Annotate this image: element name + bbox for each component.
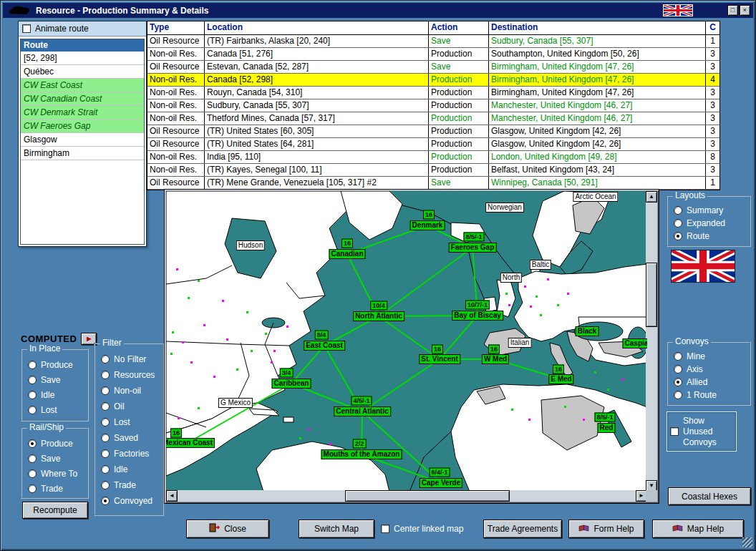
- exit-door-icon: [209, 523, 220, 535]
- radio-save[interactable]: Save: [22, 451, 87, 466]
- radio-resources[interactable]: Resources: [95, 367, 163, 383]
- radio-no-filter[interactable]: No Filter: [95, 351, 163, 367]
- animate-route-checkbox[interactable]: [22, 24, 31, 33]
- table-row[interactable]: Non-oil Res.(TR) Kayes, Senegal [100, 11…: [147, 164, 719, 177]
- app-icon[interactable]: [7, 4, 32, 16]
- radio-produce[interactable]: Produce: [22, 357, 87, 372]
- radio-lost[interactable]: Lost: [95, 414, 163, 430]
- radio-lost[interactable]: Lost: [22, 402, 87, 417]
- in-place-group: In Place ProduceSaveIdleLost: [21, 348, 89, 421]
- radio-trade[interactable]: Trade: [95, 477, 163, 493]
- table-row[interactable]: Non-oil Res.Canada [51, 276]ProductionSo…: [147, 48, 719, 61]
- table-row[interactable]: Non-oil Res.Rouyn, Canada [54, 310]Produ…: [147, 87, 719, 99]
- close-button[interactable]: Close: [186, 520, 269, 538]
- title-bar[interactable]: Resource - Production Summary & Details …: [3, 3, 753, 18]
- radio-summary[interactable]: Summary: [668, 204, 750, 217]
- table-row[interactable]: Oil Resource(TR) Mene Grande, Venezuela …: [147, 177, 719, 190]
- radio-expanded[interactable]: Expanded: [668, 217, 750, 230]
- maximize-button[interactable]: □: [727, 5, 738, 16]
- convoy-label[interactable]: Red: [598, 423, 616, 433]
- convoy-label[interactable]: Bay of Biscay: [452, 311, 503, 321]
- route-list-item[interactable]: Québec: [21, 65, 144, 79]
- convoy-label[interactable]: Black: [576, 326, 599, 336]
- map-help-button[interactable]: Map Help: [652, 520, 744, 538]
- table-row[interactable]: Non-oil Res.Canada [52, 298]ProductionBi…: [147, 74, 719, 87]
- convoy-label[interactable]: Mouths of the Amazon: [321, 449, 402, 459]
- route-list-item[interactable]: [52, 298]: [21, 52, 144, 65]
- convoy-label[interactable]: Cape Verde: [420, 478, 462, 488]
- scroll-up-button[interactable]: ▲: [646, 191, 657, 203]
- radio-icon: [28, 439, 37, 448]
- convoy-label[interactable]: E Med: [548, 374, 573, 384]
- convoy-label[interactable]: Mexican Coast: [166, 438, 215, 448]
- radio-factories[interactable]: Factories: [95, 446, 163, 462]
- convoy-label[interactable]: W Med: [482, 354, 509, 364]
- radio-saved[interactable]: Saved: [95, 430, 163, 446]
- route-list-item[interactable]: Birmingham: [21, 147, 144, 160]
- radio-non-oil[interactable]: Non-oil: [95, 383, 163, 399]
- route-list-item[interactable]: CW East Coast: [21, 79, 144, 92]
- convoy-label[interactable]: Caribbean: [272, 379, 311, 389]
- table-cell-destination: Birmingham, United Kingdom [47, 26]: [489, 61, 706, 73]
- radio-save[interactable]: Save: [22, 372, 87, 387]
- radio-icon: [101, 402, 110, 411]
- radio-route[interactable]: Route: [668, 230, 750, 243]
- radio-mine[interactable]: Mine: [668, 350, 750, 363]
- radio-idle[interactable]: Idle: [95, 462, 163, 477]
- switch-map-button[interactable]: Switch Map: [299, 520, 374, 538]
- radio-where-to[interactable]: Where To: [22, 466, 87, 481]
- route-list-item[interactable]: Glasgow: [21, 133, 144, 147]
- convoy-label[interactable]: Faeroes Gap: [449, 243, 497, 253]
- table-row[interactable]: Non-oil Res.Sudbury, Canada [55, 307]Pro…: [147, 99, 719, 112]
- table-row[interactable]: Oil ResourceEstevan, Canada [52, 287]Sav…: [147, 61, 719, 74]
- table-cell-c: 3: [706, 138, 719, 150]
- form-help-button[interactable]: Form Help: [568, 520, 644, 538]
- center-linked-map-checkbox[interactable]: [381, 525, 389, 533]
- resize-grip[interactable]: [742, 537, 752, 547]
- route-list-item[interactable]: CW Canadian Coast: [21, 92, 144, 106]
- convoy-label[interactable]: St. Vincent: [419, 354, 460, 364]
- table-cell-location: Estevan, Canada [52, 287]: [205, 61, 429, 73]
- radio-label: Convoyed: [114, 496, 152, 506]
- convoy-label[interactable]: Caspian: [623, 338, 647, 348]
- convoy-label[interactable]: North Atlantic: [353, 311, 404, 321]
- vertical-scroll-thumb[interactable]: [646, 263, 657, 327]
- close-window-button[interactable]: ×: [740, 5, 750, 16]
- radio-1-route[interactable]: 1 Route: [668, 389, 750, 401]
- route-list-item[interactable]: CW Denmark Strait: [21, 106, 144, 120]
- table-row[interactable]: Oil Resource(TR) Fairbanks, Alaska [20, …: [147, 35, 719, 48]
- radio-icon: [101, 481, 110, 489]
- table-row[interactable]: Non-oil Res.Thetford Mines, Canada [57, …: [147, 112, 719, 125]
- radio-idle[interactable]: Idle: [22, 387, 87, 402]
- convoy-label[interactable]: Canadian: [329, 249, 365, 259]
- trade-agreements-button[interactable]: Trade Agreements: [483, 520, 562, 538]
- radio-axis[interactable]: Axis: [668, 363, 750, 376]
- route-list-item[interactable]: CW Faeroes Gap: [21, 120, 144, 133]
- convoy-label[interactable]: Denmark: [410, 220, 445, 230]
- scroll-left-button[interactable]: ◄: [166, 490, 178, 502]
- coastal-hexes-button[interactable]: Coastal Hexes: [668, 487, 751, 505]
- radio-convoyed[interactable]: Convoyed: [95, 493, 163, 509]
- table-row[interactable]: Oil Resource(TR) United States [64, 281]…: [147, 138, 719, 151]
- map-horizontal-scrollbar[interactable]: ◄ ►: [166, 490, 647, 502]
- show-unused-convoys-checkbox[interactable]: [670, 427, 679, 436]
- recompute-button[interactable]: Recompute: [22, 502, 88, 519]
- show-unused-convoys-toggle[interactable]: Show Unused Convoys: [667, 411, 737, 452]
- table-cell-action: Production: [429, 112, 489, 125]
- close-label: Close: [224, 524, 246, 534]
- map-vertical-scrollbar[interactable]: ▲ ▼: [646, 191, 657, 492]
- convoy-badge: 16: [488, 345, 500, 354]
- table-row[interactable]: Non-oil Res.India [95, 110]ProductionLon…: [147, 151, 719, 164]
- convoy-label[interactable]: Central Atlantic: [334, 406, 391, 416]
- table-row[interactable]: Oil Resource(TR) United States [60, 305]…: [147, 125, 719, 138]
- map-view[interactable]: Denmark16Faeroes Gap8/5/-1Canadian16Nort…: [166, 191, 647, 492]
- radio-allied[interactable]: Allied: [668, 376, 750, 389]
- radio-oil[interactable]: Oil: [95, 399, 163, 414]
- convoy-label[interactable]: East Coast: [304, 341, 345, 351]
- center-linked-map-toggle[interactable]: Center linked map: [381, 520, 463, 538]
- radio-trade[interactable]: Trade: [22, 481, 87, 496]
- animate-route-toggle[interactable]: Animate route: [19, 21, 146, 36]
- horizontal-scroll-thumb[interactable]: [345, 490, 510, 502]
- table-cell-destination: London, United Kingdom [49, 28]: [489, 151, 706, 163]
- radio-produce[interactable]: Produce: [22, 436, 87, 451]
